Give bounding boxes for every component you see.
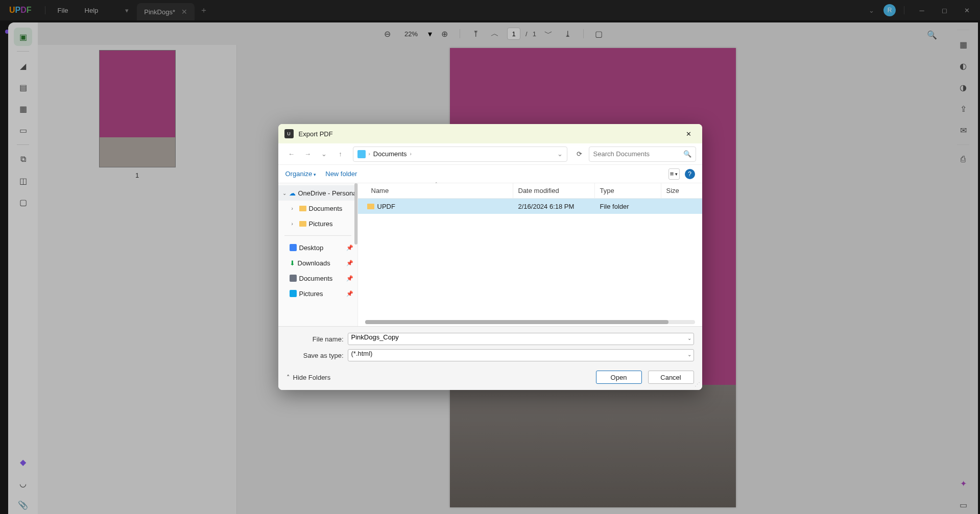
dialog-body: ⌄ ☁ OneDrive - Personal › Documents › Pi… <box>278 183 702 326</box>
pin-icon: 📌 <box>346 244 353 251</box>
dialog-fields: File name: ⌄ Save as type: (*.html) ⌄ <box>278 326 702 364</box>
tree-label: Pictures <box>299 290 323 298</box>
nav-forward-button[interactable]: → <box>301 147 315 161</box>
arrow-up-icon: ↑ <box>339 150 342 158</box>
help-button[interactable]: ? <box>685 169 695 179</box>
search-icon: 🔍 <box>683 150 691 158</box>
chevron-down-icon: ▾ <box>675 172 678 177</box>
horizontal-scrollbar[interactable] <box>365 320 695 324</box>
file-row[interactable]: UPDF 2/16/2024 6:18 PM File folder <box>358 199 702 214</box>
open-button[interactable]: Open <box>596 371 642 384</box>
breadcrumb-bar[interactable]: › Documents › ⌄ <box>353 146 567 162</box>
file-list: ˄ Name Date modified Type Size UPDF 2/16… <box>358 183 702 326</box>
cancel-button[interactable]: Cancel <box>648 371 694 384</box>
chevron-right-icon: › <box>292 221 297 227</box>
chevron-right-icon: › <box>410 151 412 157</box>
separator <box>284 235 351 236</box>
hide-folders-label: Hide Folders <box>293 374 331 381</box>
folder-tree: ⌄ ☁ OneDrive - Personal › Documents › Pi… <box>278 183 358 326</box>
breadcrumb-dropdown[interactable]: ⌄ <box>557 150 563 158</box>
nav-back-button[interactable]: ← <box>284 147 299 161</box>
file-name: UPDF <box>377 203 395 210</box>
saveastype-value: (*.html) <box>351 350 373 357</box>
arrow-left-icon: ← <box>288 150 295 158</box>
chevron-down-icon[interactable]: ⌄ <box>687 335 691 341</box>
tree-item-onedrive[interactable]: ⌄ ☁ OneDrive - Personal <box>278 185 357 201</box>
tree-label: Downloads <box>298 259 330 267</box>
scrollbar-thumb[interactable] <box>354 183 357 244</box>
tree-item-desktop[interactable]: Desktop 📌 <box>278 240 357 255</box>
nav-recent-button[interactable]: ⌄ <box>317 147 331 161</box>
scrollbar-thumb[interactable] <box>365 320 668 324</box>
nav-up-button[interactable]: ↑ <box>333 147 348 161</box>
chevron-right-icon: › <box>369 151 370 157</box>
breadcrumb-item[interactable]: Documents <box>373 150 407 158</box>
folder-icon <box>299 221 306 227</box>
pin-icon: 📌 <box>346 275 353 282</box>
search-input[interactable] <box>593 150 683 158</box>
chevron-down-icon: ▾ <box>314 172 316 177</box>
dialog-toolbar: Organize▾ New folder ≡▾ ? <box>278 165 702 183</box>
folder-icon <box>367 204 374 209</box>
filename-input[interactable] <box>351 333 682 341</box>
organize-menu[interactable]: Organize▾ <box>285 170 317 178</box>
sort-ascending-icon: ˄ <box>435 182 438 187</box>
folder-icon <box>299 206 306 211</box>
tree-item-downloads[interactable]: ⬇ Downloads 📌 <box>278 255 357 271</box>
tree-item-documents[interactable]: › Documents <box>278 201 357 216</box>
chevron-down-icon: ⌄ <box>321 150 327 158</box>
dialog-footer: ˄ Hide Folders Open Cancel <box>278 364 702 390</box>
arrow-right-icon: → <box>304 150 311 158</box>
column-size[interactable]: Size <box>661 183 702 198</box>
chevron-down-icon: ⌄ <box>687 352 691 357</box>
column-headers: ˄ Name Date modified Type Size <box>358 183 702 199</box>
tree-item-pictures-quick[interactable]: Pictures 📌 <box>278 286 357 301</box>
tree-item-documents-quick[interactable]: Documents 📌 <box>278 271 357 286</box>
column-name[interactable]: ˄ Name <box>358 183 513 198</box>
download-icon: ⬇ <box>290 259 295 267</box>
refresh-button[interactable]: ⟳ <box>572 147 587 161</box>
dialog-title: Export PDF <box>299 130 333 138</box>
file-date: 2/16/2024 6:18 PM <box>513 203 595 210</box>
new-folder-button[interactable]: New folder <box>325 170 357 178</box>
desktop-icon <box>290 244 297 251</box>
filename-label: File name: <box>286 335 344 343</box>
dialog-close-button[interactable]: ✕ <box>682 127 696 141</box>
export-pdf-dialog: U Export PDF ✕ ← → ⌄ ↑ › Documents › ⌄ ⟳… <box>278 124 702 390</box>
saveastype-row: Save as type: (*.html) ⌄ <box>286 349 694 361</box>
saveastype-select[interactable]: (*.html) ⌄ <box>348 349 694 361</box>
chevron-down-icon: ⌄ <box>282 190 286 196</box>
chevron-right-icon: › <box>292 206 297 211</box>
dialog-nav-bar: ← → ⌄ ↑ › Documents › ⌄ ⟳ 🔍 <box>278 143 702 165</box>
help-icon: ? <box>688 170 691 178</box>
folder-icon <box>357 150 366 158</box>
file-type: File folder <box>595 203 661 210</box>
modal-overlay: U Export PDF ✕ ← → ⌄ ↑ › Documents › ⌄ ⟳… <box>0 0 980 514</box>
pin-icon: 📌 <box>346 260 353 266</box>
column-date[interactable]: Date modified <box>513 183 595 198</box>
chevron-up-icon: ˄ <box>286 374 290 381</box>
view-mode-button[interactable]: ≡▾ <box>668 168 680 180</box>
organize-label: Organize <box>285 170 313 178</box>
column-type[interactable]: Type <box>595 183 661 198</box>
close-icon: ✕ <box>686 130 691 138</box>
cloud-icon: ☁ <box>289 189 296 197</box>
saveastype-label: Save as type: <box>286 352 344 359</box>
filename-input-wrapper: ⌄ <box>348 333 694 345</box>
tree-label: OneDrive - Personal <box>298 189 357 197</box>
hide-folders-toggle[interactable]: ˄ Hide Folders <box>286 374 331 381</box>
pictures-icon <box>290 290 297 297</box>
filename-row: File name: ⌄ <box>286 333 694 345</box>
column-label: Name <box>371 187 389 194</box>
list-icon: ≡ <box>670 170 674 178</box>
tree-label: Documents <box>309 205 343 212</box>
tree-label: Pictures <box>309 220 333 228</box>
resize-grip[interactable]: ⋰ <box>695 381 700 388</box>
tree-item-pictures[interactable]: › Pictures <box>278 216 357 231</box>
tree-label: Documents <box>299 275 333 282</box>
pin-icon: 📌 <box>346 290 353 297</box>
dialog-titlebar: U Export PDF ✕ <box>278 124 702 143</box>
documents-icon <box>290 275 297 282</box>
search-box[interactable]: 🔍 <box>589 146 696 162</box>
tree-label: Desktop <box>299 244 324 252</box>
